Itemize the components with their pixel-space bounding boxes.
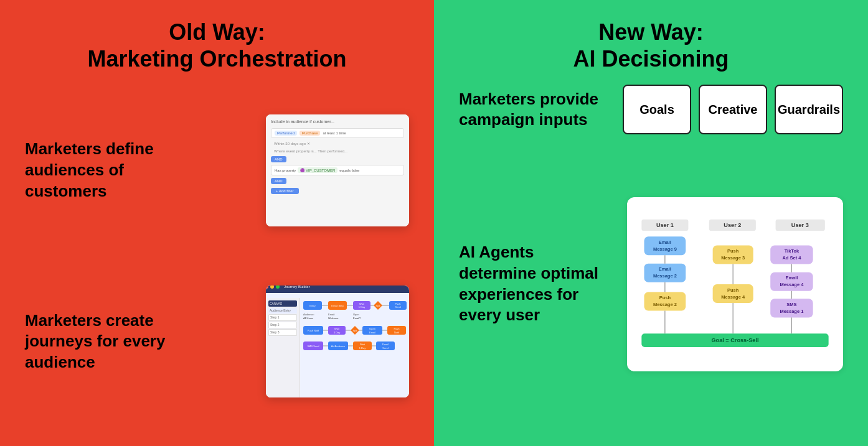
svg-text:Email: Email: [659, 266, 671, 272]
right-top-text: Marketers provide campaign inputs: [459, 89, 610, 131]
right-bottom-row: AI Agents determine optimal experiences …: [446, 141, 856, 427]
ai-diagram: User 1 User 2 User 3 Email Message 9 Ema…: [627, 197, 843, 371]
svg-text:Wait: Wait: [334, 327, 340, 330]
input-box-guardrails: Guardrails: [775, 85, 843, 134]
svg-text:Split: Split: [353, 330, 357, 332]
input-box-goals: Goals: [623, 85, 691, 134]
svg-text:Message 1: Message 1: [780, 309, 803, 314]
svg-text:1 Day: 1 Day: [359, 305, 365, 309]
svg-text:SMS: SMS: [786, 302, 796, 307]
journey-header: Journey Builder: [266, 286, 409, 293]
svg-text:Send: Send: [395, 305, 400, 309]
right-panel: New Way: AI Decisioning Marketers provid…: [434, 0, 868, 446]
svg-text:User 2: User 2: [724, 222, 741, 228]
svg-text:TikTok: TikTok: [785, 248, 800, 254]
left-title: Old Way: Marketing Orchestration: [87, 19, 346, 72]
svg-text:Message 4: Message 4: [721, 294, 745, 299]
svg-text:Open: Open: [369, 327, 375, 330]
journey-screenshot-inner: Journey Builder CANVAS Audience Entry St…: [266, 286, 409, 397]
audience-screenshot-inner: Include in audience if customer... Perfo…: [266, 114, 409, 226]
svg-text:Message 3: Message 3: [721, 255, 745, 261]
right-bottom-text: AI Agents determine optimal experiences …: [459, 242, 615, 326]
left-content: Marketers define audiences of customers …: [12, 85, 422, 427]
svg-text:Message 9: Message 9: [653, 246, 677, 251]
aud-property-row: Has property 🟣 VIP_CUSTOMER equals false: [271, 165, 404, 175]
svg-text:Notif: Notif: [394, 331, 400, 334]
svg-text:3 Day: 3 Day: [334, 331, 340, 334]
svg-text:Email: Email: [785, 275, 798, 281]
aud-row-1: Performed Purchase at least 1 time: [271, 128, 404, 138]
svg-text:Push: Push: [727, 248, 739, 254]
svg-text:Push Notif: Push Notif: [308, 329, 319, 332]
svg-text:Goal = Cross-Sell: Goal = Cross-Sell: [711, 337, 758, 343]
svg-text:Message 2: Message 2: [653, 273, 677, 279]
svg-text:Open: Open: [353, 313, 359, 316]
svg-text:Email: Email: [382, 343, 389, 346]
input-boxes-container: Goals Creative Guardrails: [623, 85, 843, 134]
svg-text:Split: Split: [376, 305, 380, 307]
left-row-1: Marketers define audiences of customers …: [12, 85, 422, 256]
svg-text:Audience:: Audience:: [303, 313, 314, 316]
journey-svg: Entry Email Step Wait 1 Day Split: [300, 298, 409, 397]
svg-text:Message 4: Message 4: [780, 282, 804, 287]
svg-text:Ad Set 4: Ad Set 4: [782, 255, 801, 261]
input-box-creative: Creative: [699, 85, 767, 134]
aud-title: Include in audience if customer...: [271, 119, 404, 124]
svg-text:Email?: Email?: [353, 317, 361, 320]
right-title: New Way: AI Decisioning: [573, 19, 729, 72]
left-row-2-text: Marketers create journeys for every audi…: [25, 310, 187, 373]
svg-text:Push: Push: [727, 287, 739, 292]
left-row-2: Marketers create journeys for every audi…: [12, 256, 422, 427]
right-top-row: Marketers provide campaign inputs Goals …: [446, 85, 856, 134]
svg-text:All Users: All Users: [303, 317, 313, 320]
svg-text:Send: Send: [382, 346, 388, 350]
svg-text:Ad Audience: Ad Audience: [331, 345, 346, 348]
ai-diagram-svg: User 1 User 2 User 3 Email Message 9 Ema…: [636, 207, 834, 362]
left-panel: Old Way: Marketing Orchestration Markete…: [0, 0, 434, 446]
svg-text:Push: Push: [659, 295, 671, 300]
left-row-1-text: Marketers define audiences of customers: [25, 139, 187, 202]
right-content: Marketers provide campaign inputs Goals …: [446, 85, 856, 427]
svg-text:User 3: User 3: [791, 222, 809, 228]
svg-text:Message 2: Message 2: [653, 302, 677, 307]
svg-text:Email Step: Email Step: [331, 304, 344, 307]
svg-text:Welcome: Welcome: [328, 317, 339, 320]
svg-text:User 1: User 1: [656, 222, 674, 228]
svg-text:Email:: Email:: [328, 313, 335, 316]
svg-text:1 Day: 1 Day: [359, 346, 366, 350]
svg-text:Email: Email: [659, 239, 671, 245]
svg-text:SMS Send: SMS Send: [307, 345, 319, 348]
journey-screenshot: Journey Builder CANVAS Audience Entry St…: [266, 286, 409, 397]
main-container: Old Way: Marketing Orchestration Markete…: [0, 0, 868, 446]
svg-text:Wait: Wait: [360, 343, 366, 346]
svg-text:Push: Push: [394, 327, 399, 330]
svg-text:Email: Email: [369, 331, 375, 334]
svg-text:Entry: Entry: [309, 304, 315, 307]
audience-screenshot: Include in audience if customer... Perfo…: [266, 114, 409, 226]
